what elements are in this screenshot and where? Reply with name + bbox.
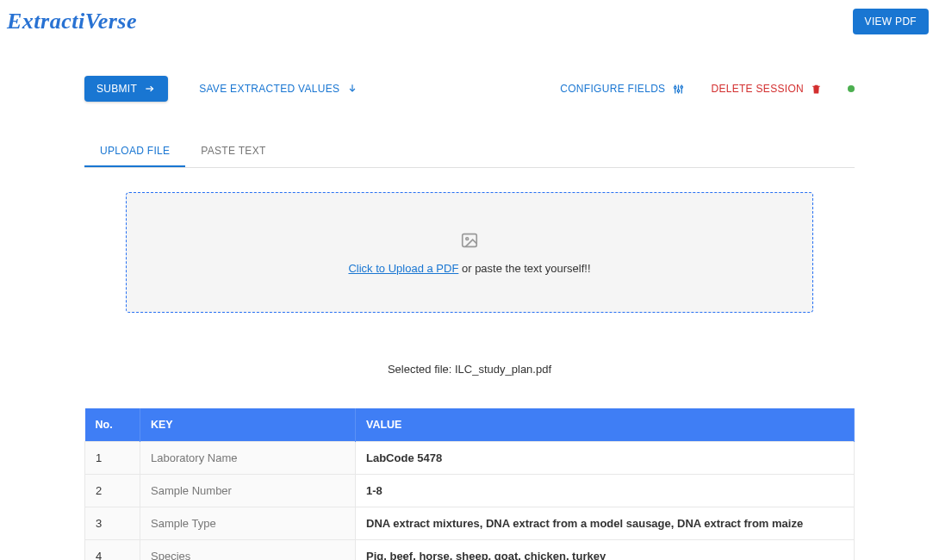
sliders-icon <box>672 83 685 96</box>
tab-paste-text[interactable]: PASTE TEXT <box>185 136 281 167</box>
dropzone-rest-text: or paste the text yourself!! <box>458 262 590 275</box>
cell-key: Species <box>140 540 356 561</box>
image-placeholder-icon <box>460 231 479 250</box>
view-pdf-button[interactable]: VIEW PDF <box>853 9 929 34</box>
svg-rect-8 <box>463 233 477 246</box>
input-tabs: UPLOAD FILE PASTE TEXT <box>84 136 855 168</box>
cell-value: DNA extract mixtures, DNA extract from a… <box>356 507 855 540</box>
col-header-no: No. <box>85 408 140 442</box>
cell-key: Sample Number <box>140 475 356 507</box>
submit-button[interactable]: SUBMIT <box>84 76 168 102</box>
save-extracted-button[interactable]: SAVE EXTRACTED VALUES <box>199 83 358 95</box>
submit-label: SUBMIT <box>96 83 137 95</box>
app-logo: ExtractiVerse <box>7 9 137 34</box>
cell-key: Laboratory Name <box>140 442 356 475</box>
table-row: 3 Sample Type DNA extract mixtures, DNA … <box>85 507 855 540</box>
cell-no: 3 <box>85 507 140 540</box>
cell-value: Pig, beef, horse, sheep, goat, chicken, … <box>356 540 855 561</box>
table-row: 4 Species Pig, beef, horse, sheep, goat,… <box>85 540 855 561</box>
configure-label: CONFIGURE FIELDS <box>560 83 665 95</box>
toolbar-right: CONFIGURE FIELDS DELETE SESSION <box>560 83 855 96</box>
cell-value: 1-8 <box>356 475 855 507</box>
cell-no: 1 <box>85 442 140 475</box>
save-label: SAVE EXTRACTED VALUES <box>199 83 339 95</box>
cell-no: 4 <box>85 540 140 561</box>
upload-dropzone[interactable]: Click to Upload a PDF or paste the text … <box>126 192 813 313</box>
main-content: SUBMIT SAVE EXTRACTED VALUES CONFIGURE F… <box>0 34 939 560</box>
download-icon <box>346 83 358 95</box>
configure-fields-button[interactable]: CONFIGURE FIELDS <box>560 83 685 96</box>
action-toolbar: SUBMIT SAVE EXTRACTED VALUES CONFIGURE F… <box>84 76 855 102</box>
table-row: 2 Sample Number 1-8 <box>85 475 855 507</box>
col-header-value: VALUE <box>356 408 855 442</box>
delete-session-button[interactable]: DELETE SESSION <box>711 83 822 95</box>
dropzone-text: Click to Upload a PDF or paste the text … <box>348 262 590 275</box>
app-header: ExtractiVerse VIEW PDF <box>0 0 939 34</box>
table-header-row: No. KEY VALUE <box>85 408 855 442</box>
cell-key: Sample Type <box>140 507 356 540</box>
trash-icon <box>811 84 822 95</box>
selected-file-prefix: Selected file: <box>388 363 455 376</box>
arrow-right-icon <box>144 83 156 95</box>
table-row: 1 Laboratory Name LabCode 5478 <box>85 442 855 475</box>
status-indicator <box>848 85 855 92</box>
upload-link[interactable]: Click to Upload a PDF <box>348 262 458 275</box>
toolbar-left: SUBMIT SAVE EXTRACTED VALUES <box>84 76 358 102</box>
svg-point-3 <box>675 86 677 89</box>
col-header-key: KEY <box>140 408 356 442</box>
selected-file-label: Selected file: ILC_study_plan.pdf <box>84 363 855 376</box>
tab-upload-file[interactable]: UPLOAD FILE <box>84 136 185 167</box>
svg-point-9 <box>466 237 469 240</box>
selected-file-name: ILC_study_plan.pdf <box>455 363 551 376</box>
svg-point-7 <box>681 85 683 88</box>
cell-no: 2 <box>85 475 140 507</box>
extracted-values-table: No. KEY VALUE 1 Laboratory Name LabCode … <box>84 408 855 560</box>
delete-label: DELETE SESSION <box>711 83 804 95</box>
cell-value: LabCode 5478 <box>356 442 855 475</box>
svg-point-5 <box>678 90 681 92</box>
